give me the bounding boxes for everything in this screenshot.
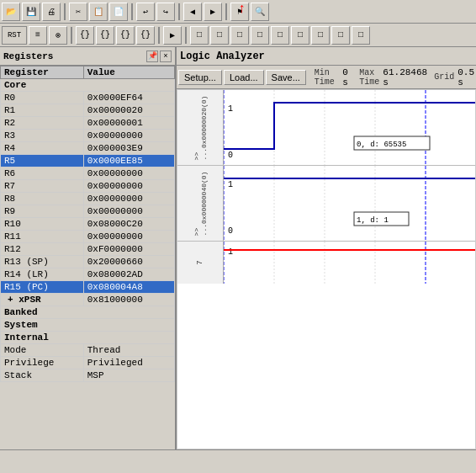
table-row[interactable]: R80x00000000 xyxy=(1,193,175,205)
debug-view3-btn[interactable]: □ xyxy=(230,26,249,45)
table-row[interactable]: ModeThread xyxy=(1,344,175,357)
table-row[interactable]: R14 (LR)0x080002AD xyxy=(1,268,175,281)
toolbar-flag-btn[interactable]: ⚑ ↑ xyxy=(230,3,249,21)
table-row[interactable]: R50x0000EE85 xyxy=(1,155,175,167)
grid-value: 0.5 s xyxy=(457,67,474,88)
toolbar-file-btn[interactable]: 📂 xyxy=(2,3,20,21)
setup-button[interactable]: Setup... xyxy=(178,70,222,85)
view2-icon: □ xyxy=(217,30,222,40)
toolbar-paste-btn[interactable]: 📄 xyxy=(109,3,128,21)
debug-view6-btn[interactable]: □ xyxy=(291,26,309,45)
table-row[interactable]: PrivilegePrivileged xyxy=(1,357,175,369)
channel-7-number: 7 xyxy=(196,260,204,264)
table-row[interactable]: R40x000003E9 xyxy=(1,142,175,155)
toolbar-undo-btn[interactable]: ↩ xyxy=(136,3,155,21)
channel-7-row: 7 1 xyxy=(177,242,475,284)
debug-view4-btn[interactable]: □ xyxy=(251,26,269,45)
table-row[interactable]: R30x00000000 xyxy=(1,130,175,142)
toolbar-copy-btn[interactable]: 📋 xyxy=(89,3,108,21)
channel-5-row: >> ...0x00000020(0) xyxy=(177,90,475,166)
load-button[interactable]: Load... xyxy=(224,70,264,85)
file-icon: 📂 xyxy=(6,7,16,17)
debug-start-btn[interactable]: RST xyxy=(2,26,27,45)
debug-register-btn[interactable]: ≡ xyxy=(29,26,47,45)
toolbar-forward-btn[interactable]: ▶ xyxy=(204,3,222,21)
grid-item: Grid 0.5 s xyxy=(434,67,474,88)
registers-panel-header: Registers 📌 × xyxy=(0,47,175,66)
channel-6-row: >> ...0x00000040(0) xyxy=(177,166,475,242)
separator4 xyxy=(225,3,227,20)
table-row[interactable]: R15 (PC)0x080004A8 xyxy=(1,281,175,294)
svg-text:0: 0 xyxy=(228,151,233,160)
toolbar-cut-btn[interactable]: ✂ xyxy=(69,3,87,21)
debug-braces1-btn[interactable]: {} xyxy=(76,26,94,45)
table-row[interactable]: R00x0000EF64 xyxy=(1,92,175,104)
debug-view7-btn[interactable]: □ xyxy=(311,26,330,45)
channel-5-wave[interactable]: 1 0 0, d: 65535 xyxy=(224,90,475,165)
toolbar-search-btn[interactable]: 🔍 xyxy=(251,3,269,21)
save-button[interactable]: Save... xyxy=(266,70,306,85)
debug-stop-btn[interactable]: ⊗ xyxy=(49,26,67,45)
debug-braces2-btn[interactable]: {} xyxy=(96,26,114,45)
table-row[interactable]: R20x00000001 xyxy=(1,117,175,130)
table-row[interactable]: R100x08000C20 xyxy=(1,218,175,231)
search-icon: 🔍 xyxy=(255,7,265,17)
logic-toolbar: Setup... Load... Save... Min Time 0 s Ma… xyxy=(177,66,476,89)
table-row[interactable]: R120xF0000000 xyxy=(1,243,175,256)
table-row[interactable]: + xPSR0x81000000 xyxy=(1,294,175,306)
svg-text:1: 1 xyxy=(228,247,233,257)
toolbar-save-btn[interactable]: 💾 xyxy=(22,3,40,21)
channel-6-svg: 1 0 1, d: 1 xyxy=(224,166,475,241)
toolbar-print-btn[interactable]: 🖨 xyxy=(42,3,61,21)
table-row[interactable]: R90x00000000 xyxy=(1,205,175,218)
svg-text:1,  d: 1: 1, d: 1 xyxy=(357,216,389,225)
channel-6-wave[interactable]: 1 0 1, d: 1 xyxy=(224,166,475,241)
debug-view1-btn[interactable]: □ xyxy=(190,26,209,45)
debug-braces4-btn[interactable]: {} xyxy=(136,26,155,45)
close-button[interactable]: × xyxy=(160,50,172,62)
braces3-icon: {} xyxy=(120,30,130,40)
table-row[interactable]: R70x00000000 xyxy=(1,180,175,193)
view8-icon: □ xyxy=(338,30,343,40)
col-register: Register xyxy=(1,66,84,79)
copy-icon: 📋 xyxy=(93,7,103,17)
view1-icon: □ xyxy=(197,30,202,40)
table-row[interactable]: R13 (SP)0x20000660 xyxy=(1,256,175,268)
svg-text:1: 1 xyxy=(228,104,233,114)
min-time-label: Min Time xyxy=(315,68,339,87)
internal-section: Internal xyxy=(1,332,175,344)
sep6 xyxy=(158,27,160,44)
debug-view9-btn[interactable]: □ xyxy=(352,26,370,45)
banked-section: Banked xyxy=(1,306,175,319)
debug-view8-btn[interactable]: □ xyxy=(331,26,350,45)
min-time-item: Min Time 0 s xyxy=(315,67,353,88)
max-time-item: Max Time 61.28468 s xyxy=(359,67,427,88)
privilege-value: Privileged xyxy=(83,357,174,369)
debug-view2-btn[interactable]: □ xyxy=(210,26,229,45)
separator3 xyxy=(178,3,180,20)
save-icon: 💾 xyxy=(26,7,36,17)
channel-6-label: >> ...0x00000040(0) xyxy=(177,166,224,241)
channel-5-label-text: >> ...0x00000020(0) xyxy=(193,95,208,160)
separator1 xyxy=(64,3,66,20)
core-section: Core xyxy=(1,79,175,92)
privilege-label: Privilege xyxy=(1,357,84,369)
debug-view5-btn[interactable]: □ xyxy=(271,26,289,45)
max-time-label: Max Time xyxy=(359,68,379,87)
table-row[interactable]: R60x00000000 xyxy=(1,167,175,180)
channel-7-label-text: 7 xyxy=(196,260,204,264)
logic-analyzer-panel: Logic Analyzer Setup... Load... Save... … xyxy=(177,47,476,449)
pin-button[interactable]: 📌 xyxy=(146,50,158,62)
table-row[interactable]: R110x00000000 xyxy=(1,231,175,243)
toolbar-back-btn[interactable]: ◀ xyxy=(183,3,202,21)
channel-7-wave[interactable]: 1 xyxy=(224,242,475,284)
table-row[interactable]: R10x00000020 xyxy=(1,104,175,117)
channel-5-label: >> ...0x00000020(0) xyxy=(177,90,224,165)
debug-run-btn[interactable]: ▶ xyxy=(163,26,182,45)
registers-table: Register Value CoreR00x0000EF64R10x00000… xyxy=(0,66,175,449)
table-row[interactable]: StackMSP xyxy=(1,369,175,382)
debug-braces3-btn[interactable]: {} xyxy=(116,26,135,45)
toolbar-redo-btn[interactable]: ↪ xyxy=(156,3,175,21)
logic-analyzer-header: Logic Analyzer xyxy=(177,47,476,66)
svg-text:0: 0 xyxy=(228,226,233,236)
